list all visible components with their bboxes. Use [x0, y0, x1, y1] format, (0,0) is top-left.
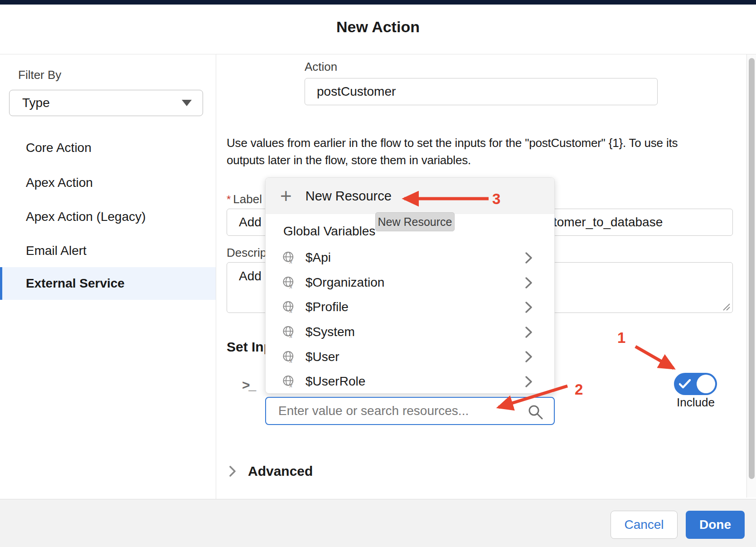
browser-top-bar: [0, 0, 756, 5]
plus-icon: +: [280, 187, 292, 205]
sidebar-item-external-service[interactable]: External Service: [0, 267, 216, 300]
action-input[interactable]: postCustomer: [305, 78, 658, 105]
annotation-number-2: 2: [575, 381, 583, 398]
globe-variable-icon: x: [282, 300, 296, 314]
filter-by-label: Filter By: [18, 68, 61, 82]
chevron-right-icon: [525, 351, 533, 363]
list-item-userrole[interactable]: x $UserRole: [266, 369, 554, 394]
search-icon: [528, 404, 544, 420]
sidebar-item-apex-action[interactable]: Apex Action: [0, 174, 216, 192]
chevron-right-icon: [525, 301, 533, 314]
intro-text-line2: outputs later in the flow, store them in…: [227, 153, 471, 167]
toggle-check-icon: [679, 379, 691, 389]
filter-type-select[interactable]: Type: [9, 90, 203, 116]
action-field-label: Action: [305, 60, 337, 74]
page-title: New Action: [0, 18, 756, 36]
done-button[interactable]: Done: [686, 511, 745, 539]
action-input-value: postCustomer: [317, 84, 396, 99]
global-variables-section-label: Global Variables: [283, 224, 375, 239]
required-asterisk: *: [227, 193, 231, 206]
global-variables-list: x $Api x $Organization x: [266, 245, 554, 394]
resource-search-input[interactable]: Enter value or search resources...: [265, 397, 555, 425]
chevron-right-icon: [525, 376, 533, 388]
svg-text:x: x: [289, 333, 293, 339]
list-item-system[interactable]: x $System: [266, 320, 554, 345]
advanced-label: Advanced: [248, 464, 313, 479]
include-toggle-label: Include: [662, 396, 730, 410]
chevron-right-icon: [525, 326, 533, 339]
chevron-right-icon: [525, 252, 533, 264]
list-item-api[interactable]: x $Api: [266, 245, 554, 270]
filter-type-value: Type: [22, 96, 182, 110]
globe-variable-icon: x: [282, 375, 296, 388]
header-divider: [0, 54, 756, 54]
annotation-number-1: 1: [617, 329, 625, 347]
new-resource-option[interactable]: + New Resource: [266, 178, 554, 214]
svg-text:x: x: [289, 308, 293, 314]
search-placeholder: Enter value or search resources...: [278, 404, 469, 418]
list-item-user[interactable]: x $User: [266, 344, 554, 369]
sidebar-item-core-action[interactable]: Core Action: [0, 139, 216, 157]
globe-variable-icon: x: [282, 325, 296, 339]
intro-text-line1: Use values from earlier in the flow to s…: [227, 136, 678, 150]
sidebar-divider: [216, 54, 216, 499]
new-resource-tooltip: New Resource: [375, 212, 455, 231]
svg-text:x: x: [289, 382, 293, 388]
modal-footer: Cancel Done: [0, 499, 756, 547]
cancel-button[interactable]: Cancel: [611, 511, 678, 539]
globe-variable-icon: x: [282, 350, 296, 364]
advanced-section-toggle[interactable]: Advanced: [229, 464, 313, 479]
svg-text:x: x: [289, 357, 293, 363]
label-field-label: * Label: [227, 192, 262, 206]
list-item-profile[interactable]: x $Profile: [266, 295, 554, 320]
resize-handle-icon[interactable]: [722, 302, 731, 311]
toggle-knob: [697, 375, 715, 393]
scrollbar-thumb[interactable]: [749, 58, 755, 479]
svg-text:x: x: [289, 259, 293, 264]
caret-down-icon: [182, 100, 192, 106]
list-item-organization[interactable]: x $Organization: [266, 270, 554, 295]
globe-variable-icon: x: [282, 251, 296, 264]
sidebar-item-email-alert[interactable]: Email Alert: [0, 242, 216, 260]
sidebar-item-apex-action-legacy[interactable]: Apex Action (Legacy): [0, 208, 216, 226]
chevron-right-icon: [525, 277, 533, 289]
globe-variable-icon: x: [282, 276, 296, 289]
resource-picker-popup: + New Resource Global Variables x $Api x: [265, 177, 555, 394]
terminal-prompt-icon: >_: [242, 377, 255, 393]
chevron-right-icon: [229, 465, 236, 478]
new-resource-label: New Resource: [305, 189, 392, 204]
svg-text:x: x: [289, 283, 293, 289]
include-toggle[interactable]: [674, 373, 717, 395]
